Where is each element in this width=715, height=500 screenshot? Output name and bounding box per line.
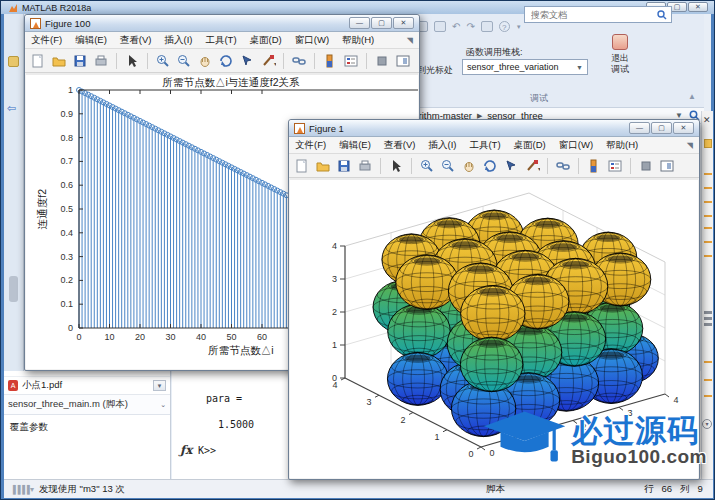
- call-stack-dropdown[interactable]: sensor_three_variation ▼: [462, 59, 588, 75]
- print-button[interactable]: [356, 157, 374, 175]
- new-document-button[interactable]: [293, 157, 311, 175]
- insert-legend-button[interactable]: [606, 157, 624, 175]
- save-button[interactable]: [71, 52, 89, 70]
- dock-figure-icon[interactable]: ◥: [687, 141, 693, 150]
- chevron-down-icon[interactable]: ▼: [153, 380, 166, 391]
- open-folder-button[interactable]: [314, 157, 332, 175]
- menu-item[interactable]: 桌面(D): [514, 139, 546, 152]
- menu-item[interactable]: 编辑(E): [75, 34, 107, 47]
- copy-icon[interactable]: [434, 21, 446, 32]
- data-cursor-button[interactable]: [502, 157, 520, 175]
- wireframe-sphere: [461, 286, 525, 342]
- menu-item[interactable]: 桌面(D): [250, 34, 282, 47]
- warning-mark[interactable]: [704, 187, 712, 189]
- section-mark[interactable]: [704, 311, 712, 314]
- close-button[interactable]: ✕: [393, 17, 414, 29]
- close-button[interactable]: ✕: [673, 122, 694, 134]
- minimize-button[interactable]: —: [349, 17, 370, 29]
- dock-figure-icon[interactable]: ◥: [407, 36, 413, 45]
- pan-hand-button[interactable]: [196, 52, 214, 70]
- warning-mark[interactable]: [704, 227, 712, 229]
- dock-small-button[interactable]: [373, 52, 391, 70]
- insert-colorbar-button[interactable]: [585, 157, 603, 175]
- toolbar-separator: [147, 53, 148, 69]
- warning-mark[interactable]: [704, 241, 712, 243]
- menu-item[interactable]: 窗口(W): [295, 34, 329, 47]
- help-icon[interactable]: ?: [499, 21, 510, 32]
- minimize-button[interactable]: —: [629, 122, 650, 134]
- chevron-down-icon[interactable]: ⌄: [160, 401, 166, 409]
- close-icon[interactable]: ✕: [703, 115, 711, 125]
- warning-mark[interactable]: [704, 361, 712, 363]
- maximize-button[interactable]: ▢: [371, 17, 392, 29]
- menu-item[interactable]: 查看(V): [120, 34, 152, 47]
- svg-text:0.9: 0.9: [60, 109, 73, 119]
- menu-item[interactable]: 插入(I): [164, 34, 192, 47]
- rotate-3d-button[interactable]: [217, 52, 235, 70]
- menu-item[interactable]: 帮助(H): [606, 139, 638, 152]
- section-mark[interactable]: [704, 323, 712, 326]
- dock-large-button[interactable]: [394, 52, 412, 70]
- doc-search-box[interactable]: [524, 6, 672, 23]
- save-button[interactable]: [335, 157, 353, 175]
- link-plots-button[interactable]: [290, 52, 308, 70]
- redo-icon[interactable]: ↷: [466, 21, 474, 32]
- zoom-in-button[interactable]: [154, 52, 172, 70]
- zoom-in-button[interactable]: [418, 157, 436, 175]
- dock-large-button[interactable]: [658, 157, 676, 175]
- maximize-button[interactable]: ▢: [651, 122, 672, 134]
- menu-item[interactable]: 工具(T): [469, 139, 500, 152]
- pointer-button[interactable]: [387, 157, 405, 175]
- brush-button[interactable]: ▾: [523, 157, 541, 175]
- menu-item[interactable]: 窗口(W): [559, 139, 593, 152]
- pointer-button[interactable]: [123, 52, 141, 70]
- open-folder-button[interactable]: [50, 52, 68, 70]
- warning-mark[interactable]: [704, 215, 712, 217]
- back-arrow-icon[interactable]: ⇦: [7, 102, 16, 115]
- undo-icon[interactable]: ↶: [452, 21, 460, 32]
- close-button[interactable]: ✕: [688, 2, 708, 12]
- link-plots-button[interactable]: [554, 157, 572, 175]
- quit-debug-button[interactable]: 退出 调试: [600, 34, 640, 82]
- zoom-out-button[interactable]: [175, 52, 193, 70]
- rotate-3d-button[interactable]: [481, 157, 499, 175]
- menu-item[interactable]: 文件(F): [31, 34, 62, 47]
- insert-legend-button[interactable]: [342, 52, 360, 70]
- menu-item[interactable]: 查看(V): [384, 139, 416, 152]
- figure-100-menubar: 文件(F)编辑(E)查看(V)插入(I)工具(T)桌面(D)窗口(W)帮助(H)…: [25, 32, 419, 49]
- menu-item[interactable]: 工具(T): [205, 34, 236, 47]
- warning-mark[interactable]: [704, 379, 712, 381]
- print-button[interactable]: [92, 52, 110, 70]
- figure-100-titlebar[interactable]: Figure 100 — ▢ ✕: [25, 15, 419, 32]
- figure-1-titlebar[interactable]: Figure 1 — ▢ ✕: [289, 120, 699, 137]
- resize-grip-icon[interactable]: ▐▐▐▐ ▾: [10, 485, 33, 494]
- data-cursor-button[interactable]: [238, 52, 256, 70]
- figure-1-toolbar: ▾: [289, 154, 699, 178]
- open-folder-icon: [315, 158, 331, 174]
- doc-search-input[interactable]: [529, 9, 653, 21]
- details-header[interactable]: sensor_three_main.m (脚本) ⌄: [4, 395, 170, 415]
- scrollbar-thumb[interactable]: [9, 276, 18, 302]
- warning-mark[interactable]: [704, 201, 712, 203]
- brush-button[interactable]: ▾: [259, 52, 277, 70]
- warning-mark[interactable]: [704, 173, 712, 175]
- zoom-out-button[interactable]: [439, 157, 457, 175]
- menu-item[interactable]: 文件(F): [295, 139, 326, 152]
- svg-text:50: 50: [226, 332, 236, 342]
- menu-item[interactable]: 编辑(E): [339, 139, 371, 152]
- ribbon-collapse-icon[interactable]: ▲: [688, 92, 696, 101]
- pan-hand-button[interactable]: [460, 157, 478, 175]
- analyzer-status-icon[interactable]: [704, 139, 712, 148]
- chevron-down-icon[interactable]: ▼: [516, 24, 522, 30]
- new-window-icon[interactable]: [481, 21, 493, 32]
- section-mark[interactable]: [704, 317, 712, 320]
- file-row-pdf[interactable]: A 小点1.pdf ▼: [4, 377, 170, 395]
- dock-small-button[interactable]: [637, 157, 655, 175]
- wireframe-sphere: [387, 352, 448, 405]
- insert-colorbar-button[interactable]: [321, 52, 339, 70]
- new-document-button[interactable]: [29, 52, 47, 70]
- menu-item[interactable]: 帮助(H): [342, 34, 374, 47]
- menu-item[interactable]: 插入(I): [428, 139, 456, 152]
- warning-mark[interactable]: [704, 395, 712, 397]
- warning-mark[interactable]: [704, 255, 712, 257]
